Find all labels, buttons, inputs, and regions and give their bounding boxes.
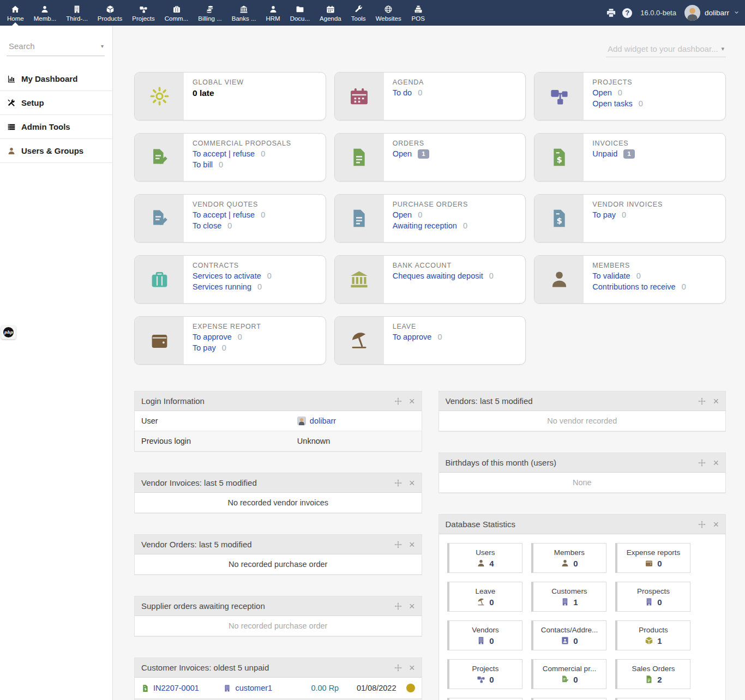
- php-debugbar-badge[interactable]: php: [1, 325, 16, 339]
- stat-commercial-pr[interactable]: Commercial pr...0: [531, 659, 606, 689]
- nav-item-tools[interactable]: Tools: [346, 0, 371, 26]
- sidebar-item-setup[interactable]: Setup: [0, 91, 112, 115]
- sidebar-item-my-dashboard[interactable]: My Dashboard: [0, 67, 112, 91]
- stat-prospects[interactable]: Prospects0: [615, 582, 690, 612]
- empty-message: None: [439, 473, 726, 493]
- infobox-link[interactable]: To accept | refuse: [193, 149, 255, 158]
- empty-message: No vendor recorded: [439, 411, 726, 431]
- infobox-link[interactable]: To pay: [592, 210, 616, 219]
- nav-item-products[interactable]: Products: [93, 0, 127, 26]
- sidebar-item-label: Setup: [21, 98, 44, 107]
- move-icon[interactable]: [394, 397, 402, 405]
- nav-item-comm[interactable]: Comm...: [160, 0, 193, 26]
- nav-item-billing[interactable]: Billing ...: [193, 0, 226, 26]
- panel-actions: ×: [394, 540, 415, 550]
- nav-item-label: Projects: [132, 15, 155, 22]
- field-value: dolibarr: [297, 417, 336, 425]
- nav-item-hrm[interactable]: HRM: [261, 0, 285, 26]
- nav-item-label: Memb...: [34, 15, 57, 22]
- infobox-link[interactable]: To bill: [193, 160, 213, 169]
- infobox-title: AGENDA: [393, 79, 424, 86]
- stat-label: Commercial pr...: [543, 665, 596, 673]
- nav-item-websites[interactable]: Websites: [371, 0, 406, 26]
- infobox-link[interactable]: Services running: [193, 282, 251, 291]
- infobox-link[interactable]: To do: [393, 88, 412, 97]
- stat-users[interactable]: Users4: [447, 543, 522, 573]
- move-icon[interactable]: [394, 664, 402, 672]
- nav-item-pos[interactable]: POS: [406, 0, 430, 26]
- caret-down-icon[interactable]: ▾: [101, 43, 104, 49]
- field-value-text[interactable]: dolibarr: [310, 417, 336, 425]
- close-widget-icon[interactable]: ×: [409, 396, 415, 406]
- move-icon[interactable]: [394, 479, 402, 487]
- panel-header: Supplier orders awaiting reception×: [135, 596, 422, 616]
- close-widget-icon[interactable]: ×: [713, 520, 719, 529]
- infobox-link[interactable]: Open tasks: [592, 99, 632, 108]
- infobox-link[interactable]: To pay: [193, 343, 216, 352]
- infobox-link[interactable]: Awaiting reception: [393, 221, 457, 230]
- infobox-link[interactable]: To accept | refuse: [193, 210, 255, 219]
- stat-members[interactable]: Members0: [531, 543, 606, 573]
- infobox-link[interactable]: Cheques awaiting deposit: [393, 271, 483, 280]
- sidebar-item-label: Users & Groups: [21, 146, 83, 155]
- user-icon: [40, 5, 49, 14]
- close-widget-icon[interactable]: ×: [409, 601, 415, 611]
- stat-vendors[interactable]: Vendors0: [447, 620, 522, 650]
- nav-item-banks[interactable]: Banks ...: [227, 0, 261, 26]
- add-widget-select[interactable]: Add widget to your dashboar... ▾: [606, 43, 726, 57]
- stat-label: Contacts/Addre...: [541, 626, 598, 634]
- stat-products[interactable]: Products1: [615, 620, 690, 650]
- nav-item-projects[interactable]: Projects: [127, 0, 160, 26]
- file-icon: [349, 147, 369, 167]
- close-widget-icon[interactable]: ×: [713, 458, 719, 468]
- stat-customers[interactable]: Customers1: [531, 582, 606, 612]
- sidebar-item-users-groups[interactable]: Users & Groups: [0, 139, 112, 163]
- stat-projects[interactable]: Projects0: [447, 659, 522, 689]
- infobox-link[interactable]: Open: [393, 210, 412, 219]
- stat-expense-reports[interactable]: Expense reports0: [615, 543, 690, 573]
- stat-sales-orders[interactable]: Sales Orders2: [615, 659, 690, 689]
- user-menu[interactable]: dolibarr: [684, 5, 740, 21]
- close-widget-icon[interactable]: ×: [409, 663, 415, 673]
- infobox-count: 0: [219, 160, 223, 169]
- infobox-link[interactable]: To approve: [193, 333, 232, 341]
- move-icon[interactable]: [698, 397, 706, 405]
- close-widget-icon[interactable]: ×: [713, 396, 719, 406]
- close-widget-icon[interactable]: ×: [409, 478, 415, 488]
- nav-item-third[interactable]: Third-...: [61, 0, 93, 26]
- infobox-icon-cell: [335, 256, 384, 303]
- stat-value-row: 2: [645, 675, 662, 684]
- nav-item-agenda[interactable]: Agenda: [315, 0, 346, 26]
- invoice-customer-link[interactable]: customer1: [235, 684, 272, 692]
- infobox-link[interactable]: To close: [193, 221, 221, 230]
- nav-item-label: Tools: [351, 15, 366, 22]
- help-icon[interactable]: ?: [622, 8, 632, 18]
- stat-box-partial: [615, 698, 690, 700]
- infobox-link[interactable]: Unpaid: [592, 149, 617, 158]
- infobox-link[interactable]: Open: [592, 88, 611, 97]
- move-icon[interactable]: [394, 541, 402, 548]
- panel-actions: ×: [698, 520, 719, 529]
- printer-icon[interactable]: [606, 8, 616, 18]
- invoice-date: 01/08/2022: [339, 684, 396, 692]
- nav-item-home[interactable]: Home: [2, 0, 29, 26]
- infobox-link[interactable]: To validate: [592, 271, 630, 280]
- move-icon[interactable]: [394, 602, 402, 610]
- nav-item-label: POS: [412, 15, 425, 22]
- invoice-ref-link[interactable]: IN2207-0001: [153, 684, 199, 692]
- infobox-line: To approve0: [393, 332, 442, 343]
- infobox-link[interactable]: To approve: [393, 333, 432, 341]
- infobox-line: To do0: [393, 88, 424, 99]
- stat-leave[interactable]: Leave0: [447, 582, 522, 612]
- sidebar-item-admin-tools[interactable]: Admin Tools: [0, 115, 112, 139]
- nav-item-docu[interactable]: Docu...: [285, 0, 315, 26]
- infobox-link[interactable]: Open: [393, 149, 412, 158]
- stat-contacts-addre[interactable]: Contacts/Addre...0: [531, 620, 606, 650]
- search-input[interactable]: [8, 41, 101, 51]
- close-widget-icon[interactable]: ×: [409, 540, 415, 550]
- infobox-link[interactable]: Services to activate: [193, 271, 261, 280]
- nav-item-memb[interactable]: Memb...: [29, 0, 62, 26]
- move-icon[interactable]: [698, 521, 706, 528]
- move-icon[interactable]: [698, 459, 706, 467]
- infobox-link[interactable]: Contributions to receive: [592, 282, 675, 291]
